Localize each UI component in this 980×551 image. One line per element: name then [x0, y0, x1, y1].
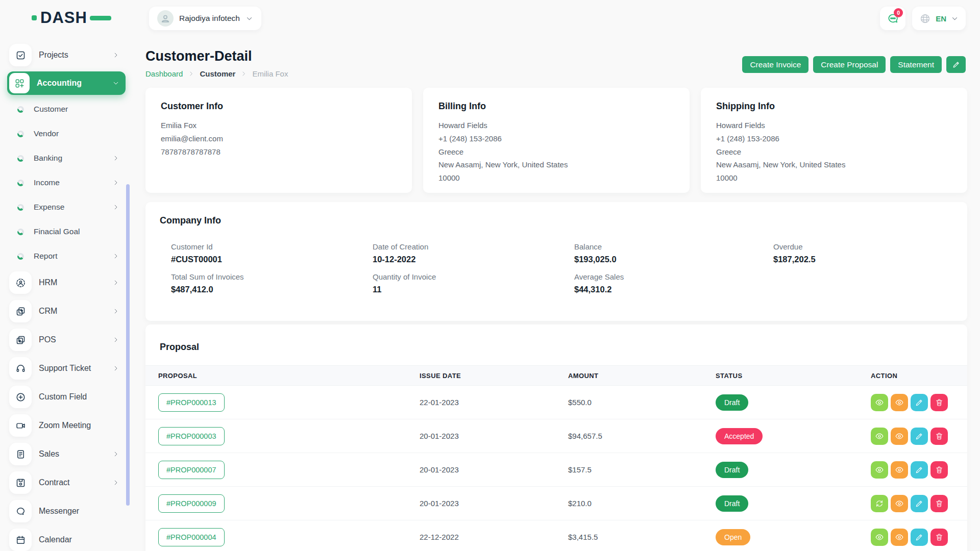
sidebar-subitem-banking[interactable]: Banking — [7, 148, 126, 168]
sidebar-subitem-vendor[interactable]: Vendor — [7, 123, 126, 144]
pencil-icon — [915, 533, 924, 542]
preview-button[interactable] — [891, 529, 908, 546]
bullet-icon — [9, 253, 32, 260]
sidebar-item-accounting[interactable]: Accounting — [7, 71, 126, 95]
statement-button[interactable]: Statement — [890, 56, 942, 73]
col-action: ACTION — [871, 372, 954, 380]
chevron-right-icon — [112, 279, 119, 286]
sidebar-item-projects[interactable]: Projects — [7, 43, 126, 67]
shipping-zip: 10000 — [716, 171, 952, 185]
chevron-right-icon — [112, 336, 119, 343]
table-row: #PROP000009 20-01-2023 $210.0 Draft — [145, 487, 967, 520]
view-button[interactable] — [871, 394, 888, 411]
sidebar-item-pos[interactable]: POS — [7, 328, 126, 352]
sidebar-subitem-income[interactable]: Income — [7, 172, 126, 193]
sidebar-item-label: POS — [39, 335, 56, 344]
sidebar-item-label: HRM — [39, 278, 57, 287]
sidebar-item-sales[interactable]: Sales — [7, 442, 126, 466]
proposal-link[interactable]: #PROP000004 — [158, 528, 225, 546]
amount: $94,657.5 — [568, 432, 716, 440]
cards-plus-icon — [9, 300, 32, 322]
delete-button[interactable] — [930, 529, 948, 546]
billing-zip: 10000 — [438, 171, 674, 185]
sidebar-item-hrm[interactable]: HRM — [7, 270, 126, 295]
sidebar-item-crm[interactable]: CRM — [7, 299, 126, 323]
sidebar-item-contract[interactable]: Contract — [7, 470, 126, 495]
sidebar-subitem-label: Customer — [34, 105, 68, 114]
card-title: Customer Info — [161, 101, 397, 112]
pencil-icon — [915, 432, 924, 441]
language-label: EN — [936, 14, 946, 23]
preview-button[interactable] — [891, 394, 908, 411]
edit-button[interactable] — [911, 529, 928, 546]
bullet-icon — [9, 155, 32, 162]
sidebar-subitem-customer[interactable]: Customer — [7, 99, 126, 119]
view-button[interactable] — [871, 529, 888, 546]
topbar: DASH Rajodiya infotech 0 EN — [0, 0, 980, 37]
col-issue-date: ISSUE DATE — [420, 372, 568, 380]
refresh-icon — [875, 499, 884, 508]
edit-button[interactable] — [911, 495, 928, 512]
delete-button[interactable] — [930, 461, 948, 479]
person-target-icon — [9, 271, 32, 294]
customer-phone: 78787878787878 — [161, 145, 397, 159]
create-proposal-button[interactable]: Create Proposal — [813, 56, 886, 73]
chevron-right-icon — [112, 308, 119, 315]
proposal-link[interactable]: #PROP000003 — [158, 427, 225, 445]
proposal-link[interactable]: #PROP000013 — [158, 393, 225, 412]
shipping-address: New Aasamj, New York, United States — [716, 158, 952, 171]
issue-date: 22-01-2023 — [420, 398, 568, 407]
edit-button[interactable] — [911, 394, 928, 411]
breadcrumb-customer[interactable]: Customer — [200, 69, 235, 78]
sidebar-scrollbar[interactable] — [126, 184, 130, 506]
view-button[interactable] — [871, 428, 888, 445]
logo-text: DASH — [40, 9, 87, 27]
proposal-title: Proposal — [145, 342, 967, 353]
sidebar-subitem-finacial-goal[interactable]: Finacial Goal — [7, 221, 126, 242]
convert-button[interactable] — [871, 495, 888, 512]
edit-button[interactable] — [911, 428, 928, 445]
delete-button[interactable] — [930, 394, 948, 411]
company-name: Rajodiya infotech — [179, 14, 240, 23]
proposal-link[interactable]: #PROP000007 — [158, 461, 225, 479]
chevron-right-icon — [112, 204, 119, 211]
company-selector[interactable]: Rajodiya infotech — [149, 7, 261, 30]
sidebar-subitem-expense[interactable]: Expense — [7, 197, 126, 217]
field-customer-id: Customer Id #CUST00001 — [171, 242, 373, 264]
chevron-right-icon — [112, 155, 119, 162]
sidebar-item-label: Projects — [39, 51, 68, 60]
delete-button[interactable] — [930, 428, 948, 445]
view-button[interactable] — [871, 461, 888, 479]
delete-button[interactable] — [930, 495, 948, 512]
customer-email: emilia@client.com — [161, 132, 397, 145]
sidebar-item-zoom-meeting[interactable]: Zoom Meeting — [7, 413, 126, 438]
notifications-button[interactable]: 0 — [880, 7, 905, 30]
table-row: #PROP000003 20-01-2023 $94,657.5 Accepte… — [145, 419, 967, 453]
app-logo[interactable]: DASH — [32, 9, 111, 27]
preview-button[interactable] — [891, 495, 908, 512]
preview-button[interactable] — [891, 461, 908, 479]
cards-plus-icon — [9, 329, 32, 351]
headset-icon — [9, 357, 32, 380]
sidebar-item-support-ticket[interactable]: Support Ticket — [7, 356, 126, 381]
shipping-country: Greece — [716, 145, 952, 159]
sidebar-item-messenger[interactable]: Messenger — [7, 499, 126, 523]
proposal-link[interactable]: #PROP000009 — [158, 494, 225, 513]
breadcrumb-dashboard[interactable]: Dashboard — [145, 69, 183, 78]
table-row: #PROP000013 22-01-2023 $550.0 Draft — [145, 386, 967, 419]
sidebar-item-custom-field[interactable]: Custom Field — [7, 385, 126, 409]
sidebar-item-label: CRM — [39, 307, 57, 316]
amount: $3,415.5 — [568, 533, 716, 541]
create-invoice-button[interactable]: Create Invoice — [742, 56, 808, 73]
sidebar-item-calendar[interactable]: Calendar — [7, 528, 126, 551]
chevron-right-icon — [112, 450, 119, 458]
edit-button[interactable] — [911, 461, 928, 479]
globe-icon — [919, 13, 931, 24]
preview-button[interactable] — [891, 428, 908, 445]
sidebar-subitem-report[interactable]: Report — [7, 246, 126, 266]
pencil-icon — [952, 60, 961, 69]
sidebar-item-label: Accounting — [37, 79, 82, 88]
field-overdue: Overdue $187,202.5 — [773, 242, 953, 264]
language-selector[interactable]: EN — [912, 7, 966, 30]
edit-customer-button[interactable] — [946, 56, 966, 73]
